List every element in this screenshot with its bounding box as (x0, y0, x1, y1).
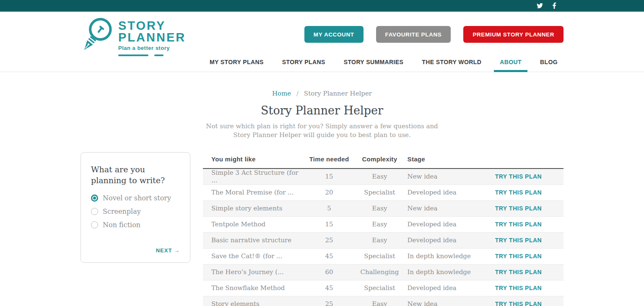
plan-cell-name: Simple 3 Act Structure (for ... (203, 169, 304, 184)
try-this-plan-link[interactable]: TRY THIS PLAN (495, 237, 542, 244)
try-this-plan-link[interactable]: TRY THIS PLAN (495, 301, 542, 306)
breadcrumb-separator: / (296, 90, 299, 97)
breadcrumb-current: Story Planner Helper (304, 90, 372, 97)
plans-table-body: Simple 3 Act Structure (for ...15EasyNew… (203, 169, 564, 306)
plan-row: Tentpole Method15EasyDeveloped ideaTRY T… (203, 216, 564, 232)
plan-cell-name: The Moral Premise (for ... (203, 184, 304, 200)
plan-cell-name: Story elements (203, 296, 304, 306)
header-inner: STORY PLANNER Plan a better story MY ACC… (80, 12, 564, 72)
plan-cell-action: TRY THIS PLAN (473, 216, 564, 232)
radio-option-non-fiction[interactable]: Non fiction (91, 221, 180, 229)
nav-item-my-story-plans[interactable]: MY STORY PLANS (204, 52, 270, 72)
header-right: MY ACCOUNT FAVOURITE PLANS PREMIUM STORY… (197, 12, 564, 72)
plan-cell-time: 25 (304, 232, 354, 248)
top-social-bar-inner (80, 0, 564, 11)
site-header: STORY PLANNER Plan a better story MY ACC… (0, 12, 644, 72)
try-this-plan-link[interactable]: TRY THIS PLAN (495, 253, 542, 259)
plan-cell-stage: New idea (405, 200, 473, 216)
plan-cell-complexity: Specialist (354, 184, 405, 200)
plan-cell-time: 45 (304, 280, 354, 296)
plan-cell-time: 5 (304, 200, 354, 216)
plan-cell-action: TRY THIS PLAN (473, 248, 564, 264)
plan-cell-stage: New idea (405, 296, 473, 306)
plan-cell-time: 20 (304, 184, 354, 200)
question-text: What are you planning to write? (91, 164, 180, 186)
plan-row: Story elements25EasyNew ideaTRY THIS PLA… (203, 296, 564, 306)
premium-story-planner-button[interactable]: PREMIUM STORY PLANNER (463, 26, 564, 43)
next-label: NEXT (156, 247, 172, 254)
plan-cell-name: The Snowflake Method (203, 280, 304, 296)
column-header-complexity: Complexity (354, 152, 405, 169)
plan-cell-stage: In depth knowledge (405, 248, 473, 264)
plan-row: The Hero’s Journey (...60ChallengingIn d… (203, 264, 564, 280)
plan-cell-stage: New idea (405, 169, 473, 184)
plan-cell-action: TRY THIS PLAN (473, 264, 564, 280)
plans-table-header-row: You might like Time needed Complexity St… (203, 152, 564, 169)
column-header-stage: Stage (405, 152, 473, 169)
radio-option-screenplay[interactable]: Screenplay (91, 207, 180, 215)
plan-cell-action: TRY THIS PLAN (473, 200, 564, 216)
radio-selected-icon[interactable] (91, 194, 98, 202)
nav-item-about[interactable]: ABOUT (494, 52, 527, 72)
plan-cell-action: TRY THIS PLAN (473, 280, 564, 296)
column-header-action (473, 152, 564, 169)
nav-item-story-summaries[interactable]: STORY SUMMARIES (338, 52, 410, 72)
nav-item-story-plans[interactable]: STORY PLANS (276, 52, 331, 72)
favourite-plans-button[interactable]: FAVOURITE PLANS (376, 26, 451, 43)
breadcrumb-home-link[interactable]: Home (272, 90, 291, 97)
my-account-button[interactable]: MY ACCOUNT (304, 26, 364, 43)
plan-cell-name: Save the Cat!® (for ... (203, 248, 304, 264)
plan-cell-time: 15 (304, 216, 354, 232)
try-this-plan-link[interactable]: TRY THIS PLAN (495, 205, 542, 212)
nav-item-blog[interactable]: BLOG (534, 52, 564, 72)
plan-cell-name: Tentpole Method (203, 216, 304, 232)
column-header-you-might-like: You might like (203, 152, 304, 169)
page-title: Story Planner Helper (0, 104, 644, 117)
plans-table-head: You might like Time needed Complexity St… (203, 152, 564, 169)
breadcrumb: Home / Story Planner Helper (0, 90, 644, 97)
try-this-plan-link[interactable]: TRY THIS PLAN (495, 173, 542, 180)
nav-item-the-story-world[interactable]: THE STORY WORLD (416, 52, 487, 72)
plan-cell-complexity: Specialist (354, 280, 405, 296)
plan-row: Basic narrative structure25EasyDeveloped… (203, 232, 564, 248)
plan-cell-stage: Developed idea (405, 280, 473, 296)
try-this-plan-link[interactable]: TRY THIS PLAN (495, 189, 542, 196)
plan-cell-time: 60 (304, 264, 354, 280)
logo-dash-long (118, 54, 148, 56)
plan-cell-action: TRY THIS PLAN (473, 184, 564, 200)
next-button[interactable]: NEXT → (156, 247, 180, 254)
radio-unselected-icon[interactable] (91, 208, 98, 215)
column-header-time-needed: Time needed (304, 152, 354, 169)
plan-cell-name: Basic narrative structure (203, 232, 304, 248)
logo-word-planner: PLANNER (118, 32, 186, 44)
main-nav: MY STORY PLANSSTORY PLANSSTORY SUMMARIES… (197, 52, 564, 72)
try-this-plan-link[interactable]: TRY THIS PLAN (495, 269, 542, 275)
twitter-link[interactable] (537, 3, 543, 9)
logo-text: STORY PLANNER Plan a better story (118, 16, 186, 56)
lightbulb-pen-icon (80, 16, 115, 56)
header-buttons: MY ACCOUNT FAVOURITE PLANS PREMIUM STORY… (292, 26, 564, 43)
logo-dashes (118, 54, 186, 56)
radio-option-label: Non fiction (103, 221, 140, 229)
radio-unselected-icon[interactable] (91, 221, 98, 228)
plan-row: The Moral Premise (for ...20SpecialistDe… (203, 184, 564, 200)
plan-cell-action: TRY THIS PLAN (473, 296, 564, 306)
plan-cell-action: TRY THIS PLAN (473, 232, 564, 248)
plan-cell-complexity: Challenging (354, 264, 405, 280)
card-footer: NEXT → (91, 246, 180, 254)
question-card: What are you planning to write? Novel or… (80, 152, 190, 263)
plans-table: You might like Time needed Complexity St… (203, 152, 564, 306)
plan-row: Simple story elements5EasyNew ideaTRY TH… (203, 200, 564, 216)
twitter-icon (537, 3, 543, 9)
plan-cell-name: The Hero’s Journey (... (203, 264, 304, 280)
try-this-plan-link[interactable]: TRY THIS PLAN (495, 221, 542, 228)
plan-row: Save the Cat!® (for ...45SpecialistIn de… (203, 248, 564, 264)
radio-option-novel-or-short-story[interactable]: Novel or short story (91, 194, 180, 202)
top-social-bar (0, 0, 644, 12)
main-content: What are you planning to write? Novel or… (80, 152, 564, 306)
facebook-link[interactable] (551, 3, 558, 9)
radio-option-label: Screenplay (103, 207, 141, 215)
logo[interactable]: STORY PLANNER Plan a better story (80, 16, 186, 56)
plan-cell-complexity: Easy (354, 216, 405, 232)
try-this-plan-link[interactable]: TRY THIS PLAN (495, 285, 542, 291)
